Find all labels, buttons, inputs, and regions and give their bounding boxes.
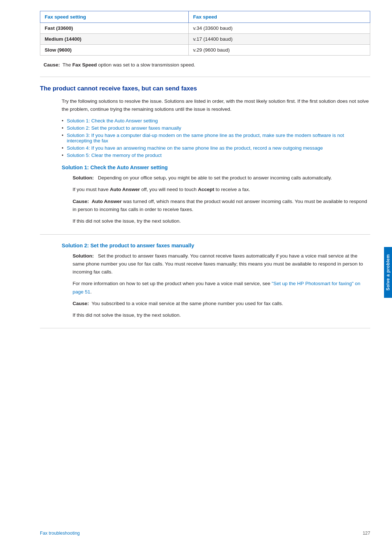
solution2-text: Set the product to answer faxes manually… xyxy=(73,253,363,275)
solution1-heading: Solution 1: Check the Auto Answer settin… xyxy=(62,165,370,170)
solution-link-2[interactable]: Solution 2: Set the product to answer fa… xyxy=(67,125,181,131)
table-cell-setting-2: Medium (14400) xyxy=(40,34,189,45)
table-cell-speed-3: v.29 (9600 baud) xyxy=(189,45,370,56)
solution2-body: Solution: Set the product to answer faxe… xyxy=(73,252,370,320)
solution2-cause-text: You subscribed to a voice mail service a… xyxy=(91,301,283,306)
table-cell-speed-1: v.34 (33600 baud) xyxy=(189,23,370,34)
solution2-cause-label: Cause: xyxy=(73,301,89,306)
list-item: Solution 5: Clear the memory of the prod… xyxy=(62,153,370,158)
solution2-label: Solution: xyxy=(73,253,94,259)
cause-label-speed: Cause: xyxy=(44,62,60,68)
solution1-label: Solution: xyxy=(73,175,94,181)
intro-paragraph: Try the following solutions to resolve t… xyxy=(62,97,370,113)
table-row: Slow (9600) v.29 (9600 baud) xyxy=(40,45,370,56)
solution1-para1: Solution: Depending on your office setup… xyxy=(73,174,370,182)
solution1-text: Depending on your office setup, you migh… xyxy=(98,175,332,181)
main-content: Fax speed setting Fax speed Fast (33600)… xyxy=(40,11,370,328)
solution2-para2-prefix: For more information on how to set up th… xyxy=(73,281,272,286)
table-header-speed: Fax speed xyxy=(189,11,370,23)
list-item: Solution 3: If you have a computer dial-… xyxy=(62,133,370,143)
auto-answer-bold2: Auto Answer xyxy=(92,199,122,204)
solution2-para2-suffix: . xyxy=(90,289,92,295)
page-footer: Fax troubleshooting 127 xyxy=(40,531,370,536)
auto-answer-bold: Auto Answer xyxy=(110,187,140,192)
solution2-para2: For more information on how to set up th… xyxy=(73,280,370,296)
solution1-para2: If you must have Auto Answer off, you wi… xyxy=(73,186,370,194)
solution-link-3[interactable]: Solution 3: If you have a computer dial-… xyxy=(67,133,344,143)
fax-speed-table: Fax speed setting Fax speed Fast (33600)… xyxy=(40,11,370,56)
list-item: Solution 4: If you have an answering mac… xyxy=(62,145,370,151)
solution2-cause: Cause: You subscribed to a voice mail se… xyxy=(73,300,370,308)
solution2-para1: Solution: Set the product to answer faxe… xyxy=(73,252,370,276)
solution1-cause: Cause: Auto Answer was turned off, which… xyxy=(73,198,370,214)
section-heading: The product cannot receive faxes, but ca… xyxy=(40,85,370,92)
solutions-list: Solution 1: Check the Auto Answer settin… xyxy=(62,118,370,158)
solution1-next: If this did not solve the issue, try the… xyxy=(73,217,370,225)
cause-text-speed: option was set to a slow transmission sp… xyxy=(98,62,195,68)
cause-line-speed: Cause: The Fax Speed option was set to a… xyxy=(40,62,370,68)
solution2-heading: Solution 2: Set the product to answer fa… xyxy=(62,243,370,248)
solution1-cause-label: Cause: xyxy=(73,199,89,204)
solution1-divider xyxy=(40,234,370,235)
fax-speed-bold: Fax Speed xyxy=(72,62,97,68)
list-item: Solution 1: Check the Auto Answer settin… xyxy=(62,118,370,123)
table-header-setting: Fax speed setting xyxy=(40,11,189,23)
table-cell-speed-2: v.17 (14400 baud) xyxy=(189,34,370,45)
solution-link-5[interactable]: Solution 5: Clear the memory of the prod… xyxy=(67,153,162,158)
solution2-next: If this did not solve the issue, try the… xyxy=(73,311,370,319)
sidebar-label: Solve a problem xyxy=(385,254,391,291)
table-cell-setting-1: Fast (33600) xyxy=(40,23,189,34)
solution2-divider xyxy=(40,328,370,328)
footer-right: 127 xyxy=(363,531,370,536)
solution1-body: Solution: Depending on your office setup… xyxy=(73,174,370,225)
sidebar-tab: Solve a problem xyxy=(384,247,392,298)
table-row: Fast (33600) v.34 (33600 baud) xyxy=(40,23,370,34)
list-item: Solution 2: Set the product to answer fa… xyxy=(62,125,370,131)
section-divider-top xyxy=(40,77,370,77)
table-row: Medium (14400) v.17 (14400 baud) xyxy=(40,34,370,45)
table-cell-setting-3: Slow (9600) xyxy=(40,45,189,56)
solution-link-4[interactable]: Solution 4: If you have an answering mac… xyxy=(67,145,323,151)
solution-link-1[interactable]: Solution 1: Check the Auto Answer settin… xyxy=(67,118,158,123)
accept-bold: Accept xyxy=(198,187,214,192)
footer-left: Fax troubleshooting xyxy=(40,531,80,536)
page-container: Fax speed setting Fax speed Fast (33600)… xyxy=(0,0,392,543)
